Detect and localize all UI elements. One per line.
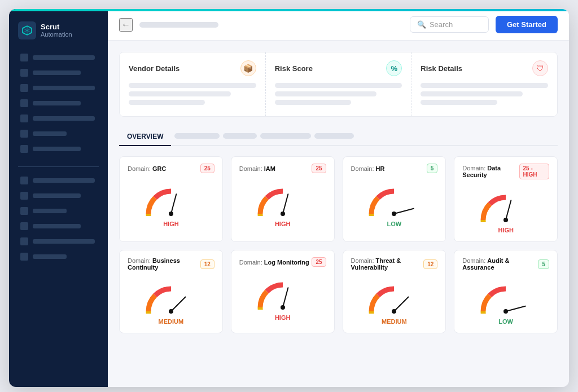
domain-badge: 5 bbox=[427, 164, 438, 173]
domain-name: Threat & Vulnerability bbox=[351, 257, 401, 271]
svg-point-21 bbox=[392, 309, 396, 314]
search-label: Search bbox=[430, 20, 453, 29]
sidebar-icon bbox=[20, 84, 28, 92]
gauge-svg bbox=[363, 181, 425, 218]
domain-card-data-security[interactable]: Domain: Data Security 25 - HIGH HIGH bbox=[454, 156, 558, 242]
domain-label: Domain: HR bbox=[351, 165, 385, 172]
sidebar-item[interactable] bbox=[16, 51, 101, 64]
gauge-container: LOW bbox=[462, 276, 549, 325]
domain-card-business-continuity[interactable]: Domain: Business Continuity 12 MEDIUM bbox=[119, 250, 223, 333]
domain-card-iam[interactable]: Domain: IAM 25 HIGH bbox=[231, 156, 335, 242]
card-title: Vendor Details bbox=[129, 64, 179, 73]
sidebar-icon bbox=[20, 237, 28, 245]
tab-overview[interactable]: OVERVIEW bbox=[119, 128, 171, 146]
gauge-container: HIGH bbox=[239, 272, 326, 321]
domain-badge: 25 bbox=[312, 164, 326, 173]
gauge-container: HIGH bbox=[462, 185, 549, 234]
domain-card-grc[interactable]: Domain: GRC 25 HIGH bbox=[119, 156, 223, 242]
sidebar-bottom-section bbox=[9, 174, 108, 265]
cta-button[interactable]: Get Started bbox=[496, 16, 558, 33]
logo-scrut: Scrut bbox=[41, 23, 72, 32]
sidebar-icon bbox=[20, 253, 28, 261]
topbar: ← 🔍 Search Get Started bbox=[108, 9, 569, 41]
skeleton bbox=[421, 91, 523, 96]
domain-name: Data Security bbox=[462, 165, 501, 178]
gauge-container: MEDIUM bbox=[128, 276, 214, 325]
sidebar-item[interactable] bbox=[16, 204, 101, 218]
svg-point-3 bbox=[169, 212, 173, 216]
tab-placeholder[interactable] bbox=[223, 133, 257, 139]
sidebar-icon bbox=[20, 222, 28, 230]
sidebar-item[interactable] bbox=[16, 127, 101, 140]
domain-label: Domain: Data Security bbox=[462, 165, 519, 178]
tab-placeholder[interactable] bbox=[314, 133, 354, 139]
domain-card-hr[interactable]: Domain: HR 5 LOW bbox=[343, 156, 446, 242]
tab-placeholder[interactable] bbox=[260, 133, 311, 139]
gauge-svg bbox=[475, 187, 537, 224]
tab-placeholder[interactable] bbox=[174, 133, 220, 139]
gauge-container: HIGH bbox=[239, 179, 326, 227]
svg-point-24 bbox=[503, 309, 508, 314]
skeleton bbox=[129, 91, 231, 96]
domain-badge: 25 bbox=[312, 257, 326, 267]
domain-card-threat-vulnerability[interactable]: Domain: Threat & Vulnerability 12 MEDIUM bbox=[343, 250, 446, 333]
sidebar-icon bbox=[20, 207, 28, 215]
gauge-svg bbox=[252, 181, 314, 218]
gauge-svg bbox=[475, 279, 537, 316]
svg-line-23 bbox=[506, 306, 526, 311]
svg-point-15 bbox=[169, 309, 173, 314]
card-header: Risk Score % bbox=[275, 60, 402, 76]
sidebar-item-label bbox=[33, 224, 81, 228]
svg-point-12 bbox=[503, 218, 508, 222]
svg-line-20 bbox=[394, 297, 408, 311]
domain-label: Domain: Threat & Vulnerability bbox=[351, 257, 424, 271]
info-cards-row: Vendor Details 📦 Risk Score % bbox=[119, 52, 558, 117]
skeleton bbox=[421, 83, 548, 88]
risk-details-icon: 🛡 bbox=[532, 60, 548, 76]
vendor-details-card: Vendor Details 📦 bbox=[120, 52, 266, 116]
sidebar-item[interactable] bbox=[16, 112, 101, 125]
card-title: Risk Score bbox=[275, 64, 313, 73]
svg-line-2 bbox=[171, 194, 176, 214]
sidebar-item[interactable] bbox=[16, 96, 101, 110]
domain-card-log-monitoring[interactable]: Domain: Log Monitoring 25 HIGH bbox=[231, 250, 335, 333]
sidebar-item[interactable] bbox=[16, 66, 101, 80]
logo-icon bbox=[18, 21, 36, 39]
sidebar-item[interactable] bbox=[16, 219, 101, 233]
domain-name: IAM bbox=[264, 165, 275, 172]
card-header: Vendor Details 📦 bbox=[129, 60, 256, 76]
logo-automation: Automation bbox=[41, 31, 72, 38]
logo: Scrut Automation bbox=[9, 19, 108, 51]
sidebar-item-label bbox=[33, 55, 95, 60]
sidebar: Scrut Automation bbox=[9, 9, 108, 387]
sidebar-item[interactable] bbox=[16, 174, 101, 187]
main-content: ← 🔍 Search Get Started Vendor Details 📦 bbox=[108, 9, 569, 387]
sidebar-item[interactable] bbox=[16, 142, 101, 156]
domain-name: GRC bbox=[152, 165, 166, 172]
risk-details-card: Risk Details 🛡 bbox=[411, 52, 557, 116]
back-button[interactable]: ← bbox=[119, 18, 133, 32]
domain-card-audit-assurance[interactable]: Domain: Audit & Assurance 5 LOW bbox=[454, 250, 558, 333]
domain-card-header: Domain: Audit & Assurance 5 bbox=[462, 257, 549, 271]
sidebar-icon bbox=[20, 99, 28, 107]
sidebar-item-label bbox=[33, 131, 67, 136]
sidebar-icon bbox=[20, 177, 28, 184]
sidebar-item[interactable] bbox=[16, 250, 101, 263]
risk-label: MEDIUM bbox=[382, 318, 407, 325]
search-box[interactable]: 🔍 Search bbox=[410, 16, 489, 33]
gauge-svg bbox=[252, 275, 314, 312]
svg-line-17 bbox=[283, 288, 288, 307]
svg-line-8 bbox=[394, 209, 414, 214]
sidebar-item-label bbox=[33, 239, 95, 244]
domain-name: HR bbox=[376, 165, 385, 172]
breadcrumb bbox=[139, 22, 218, 28]
svg-point-18 bbox=[281, 305, 285, 310]
skeleton bbox=[275, 100, 351, 105]
svg-line-11 bbox=[506, 200, 511, 220]
sidebar-item[interactable] bbox=[16, 235, 101, 248]
sidebar-item[interactable] bbox=[16, 189, 101, 202]
risk-label: MEDIUM bbox=[159, 318, 184, 325]
sidebar-icon bbox=[20, 145, 28, 153]
sidebar-item[interactable] bbox=[16, 81, 101, 95]
domain-card-header: Domain: Data Security 25 - HIGH bbox=[462, 164, 549, 179]
